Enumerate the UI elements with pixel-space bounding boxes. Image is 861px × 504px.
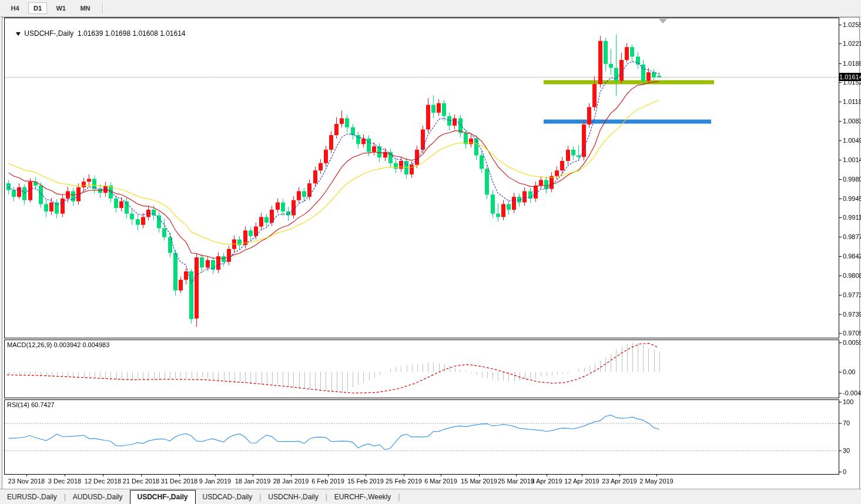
- date-tickmark: [103, 475, 103, 476]
- macd-label: MACD(12,26,9) 0.003942 0.004983: [7, 341, 109, 348]
- axis-tickmark: [839, 402, 842, 402]
- axis-tickmark: [839, 237, 842, 237]
- axis-tickmark: [839, 372, 842, 372]
- current-price-badge: 1.01614: [839, 73, 861, 81]
- axis-tickmark: [839, 121, 842, 122]
- time-axis[interactable]: 23 Nov 20183 Dec 201812 Dec 201821 Dec 2…: [2, 475, 859, 488]
- date-tickmark: [656, 475, 657, 476]
- axis-tickmark: [839, 423, 842, 424]
- chart-tab-bar: EURUSD-,Daily|AUDUSD-,DailyUSDCHF-,Daily…: [0, 489, 861, 504]
- chart-ohlc-values: 1.01639 1.01698 1.01608 1.01614: [78, 29, 186, 38]
- axis-tickmark: [839, 25, 842, 25]
- date-tickmark: [65, 475, 65, 476]
- date-label: 6 Feb 2019: [311, 478, 344, 485]
- price-tick-label: 0.99110: [843, 214, 861, 221]
- date-tickmark: [366, 475, 366, 476]
- timeframe-button-mn[interactable]: MN: [75, 2, 95, 14]
- rsi-tick-label: 30: [843, 447, 850, 454]
- macd-tick-label: 0.00: [843, 368, 855, 375]
- price-tick-label: 1.02550: [843, 21, 861, 28]
- axis-tickmark: [839, 333, 842, 334]
- price-tick-label: 0.99450: [843, 195, 861, 202]
- rsi-label: RSI(14) 60.7427: [7, 401, 55, 408]
- axis-tickmark: [839, 275, 842, 276]
- date-tickmark: [26, 475, 27, 476]
- date-tickmark: [179, 475, 180, 476]
- timeframe-button-w1[interactable]: W1: [51, 2, 71, 14]
- macd-tick-label: -0.004243: [843, 389, 861, 397]
- price-tick-label: 1.01860: [843, 60, 861, 67]
- price-tick-label: 1.02210: [843, 40, 861, 47]
- date-label: 28 Jan 2019: [273, 478, 309, 485]
- macd-tick-label: 0.00597: [843, 339, 861, 346]
- axis-tickmark: [839, 217, 842, 218]
- axis-tickmark: [839, 472, 842, 472]
- axis-tickmark: [839, 295, 842, 295]
- axis-tickmark: [839, 160, 842, 160]
- date-label: 12 Dec 2018: [85, 478, 121, 485]
- chart-symbol-label: USDCHF-,Daily: [24, 29, 73, 38]
- axis-tickmark: [839, 43, 842, 44]
- date-label: 18 Jan 2019: [235, 478, 271, 485]
- tab-eurusd-daily[interactable]: EURUSD-,Daily: [0, 490, 64, 504]
- price-tick-label: 1.00140: [843, 156, 861, 163]
- date-tickmark: [516, 475, 517, 476]
- axis-tickmark: [839, 256, 842, 257]
- date-label: 3 Apr 2019: [531, 478, 562, 485]
- axis-tickmark: [839, 342, 842, 343]
- price-tick-label: 0.99800: [843, 176, 861, 183]
- price-tick-label: 0.97730: [843, 291, 861, 298]
- axis-tickmark: [839, 314, 842, 315]
- tab-eurchf-weekly[interactable]: EURCHF-,Weekly: [327, 490, 398, 504]
- date-label: 23 Nov 2018: [8, 478, 45, 485]
- date-tickmark: [479, 475, 480, 476]
- tab-usdcad-daily[interactable]: USDCAD-,Daily: [196, 490, 260, 504]
- price-chart-canvas[interactable]: [5, 18, 839, 337]
- date-tickmark: [215, 475, 216, 476]
- chart-shift-marker-icon[interactable]: [659, 19, 667, 23]
- date-label: 31 Dec 2018: [161, 478, 197, 485]
- axis-tickmark: [839, 451, 842, 451]
- axis-tickmark: [839, 140, 842, 141]
- date-tickmark: [291, 475, 292, 476]
- tab-usdcnh-daily[interactable]: USDCNH-,Daily: [261, 490, 325, 504]
- price-tick-label: 0.97050: [843, 330, 861, 337]
- date-label: 25 Feb 2019: [386, 478, 422, 485]
- mt4-application-window: H4 D1 W1 MN USDCHF-,Daily 1.01639 1.0169…: [0, 0, 861, 504]
- price-tick-label: 0.98080: [843, 272, 861, 279]
- price-tick-label: 0.98420: [843, 253, 861, 260]
- rsi-tick-label: 100: [843, 398, 853, 405]
- date-tickmark: [582, 475, 582, 476]
- price-tick-label: 1.00490: [843, 137, 861, 144]
- axis-tickmark: [839, 393, 842, 394]
- date-tickmark: [441, 475, 441, 476]
- date-label: 23 Apr 2019: [602, 478, 636, 485]
- chart-quote-values: [73, 29, 78, 38]
- date-tickmark: [404, 475, 404, 476]
- date-label: 12 Apr 2019: [564, 478, 599, 485]
- axis-tickmark: [839, 63, 842, 64]
- macd-indicator-canvas[interactable]: [5, 340, 839, 397]
- date-label: 15 Mar 2019: [461, 478, 497, 485]
- axis-tickmark: [839, 199, 842, 199]
- tab-audusd-daily[interactable]: AUDUSD-,Daily: [66, 490, 130, 504]
- timeframe-button-h4[interactable]: H4: [5, 2, 24, 14]
- date-tickmark: [619, 475, 620, 476]
- date-tickmark: [253, 475, 253, 476]
- timeframe-toolbar: H4 D1 W1 MN: [0, 0, 861, 17]
- tab-usdchf-daily[interactable]: USDCHF-,Daily: [130, 490, 196, 504]
- date-tickmark: [547, 475, 547, 476]
- rsi-indicator-canvas[interactable]: [5, 400, 839, 473]
- axis-tickmark: [839, 102, 842, 102]
- date-label: 3 Dec 2018: [48, 478, 81, 485]
- price-tick-label: 0.97390: [843, 311, 861, 318]
- chart-dropdown-icon[interactable]: [16, 32, 21, 36]
- date-tickmark: [141, 475, 142, 476]
- date-label: 2 May 2019: [639, 478, 673, 485]
- date-label: 6 Mar 2019: [424, 478, 457, 485]
- date-label: 9 Jan 2019: [199, 478, 231, 485]
- axis-tickmark: [839, 179, 842, 180]
- price-tick-label: 0.98770: [843, 233, 861, 240]
- price-tick-label: 1.01180: [843, 98, 861, 105]
- timeframe-button-d1[interactable]: D1: [28, 2, 47, 14]
